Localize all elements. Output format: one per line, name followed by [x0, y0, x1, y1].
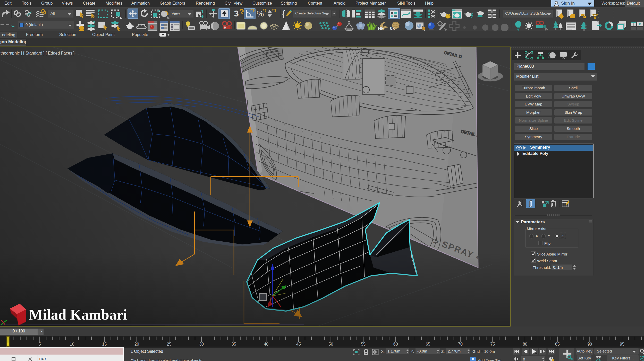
- svg-text:75: 75: [490, 342, 495, 346]
- svg-text:95: 95: [620, 342, 624, 346]
- svg-text:40: 40: [264, 342, 268, 346]
- svg-text:35: 35: [232, 342, 236, 346]
- svg-text:25: 25: [167, 342, 172, 346]
- svg-text:0: 0: [7, 342, 9, 346]
- svg-text:thographic ] [ Standard ] [ Ed: thographic ] [ Standard ] [ Edged Faces …: [1, 51, 74, 55]
- svg-text:45: 45: [296, 342, 301, 346]
- svg-text:85: 85: [555, 342, 560, 346]
- svg-text:60: 60: [393, 342, 398, 346]
- svg-text:0x: 0x: [390, 26, 395, 31]
- svg-text:{: {: [282, 9, 285, 18]
- svg-text:70: 70: [458, 342, 463, 346]
- svg-text:3: 3: [234, 9, 239, 18]
- svg-text:80: 80: [523, 342, 527, 346]
- svg-text:50: 50: [329, 342, 333, 346]
- svg-text:15: 15: [102, 342, 107, 346]
- svg-text:20: 20: [134, 342, 139, 346]
- svg-text:%: %: [257, 9, 264, 18]
- svg-text:5: 5: [39, 342, 41, 346]
- svg-text:55: 55: [361, 342, 366, 346]
- svg-text:65: 65: [426, 342, 430, 346]
- svg-text:HF: HF: [378, 26, 384, 31]
- svg-text:90: 90: [587, 342, 592, 346]
- svg-text:10: 10: [70, 342, 74, 346]
- svg-text:30: 30: [199, 342, 204, 346]
